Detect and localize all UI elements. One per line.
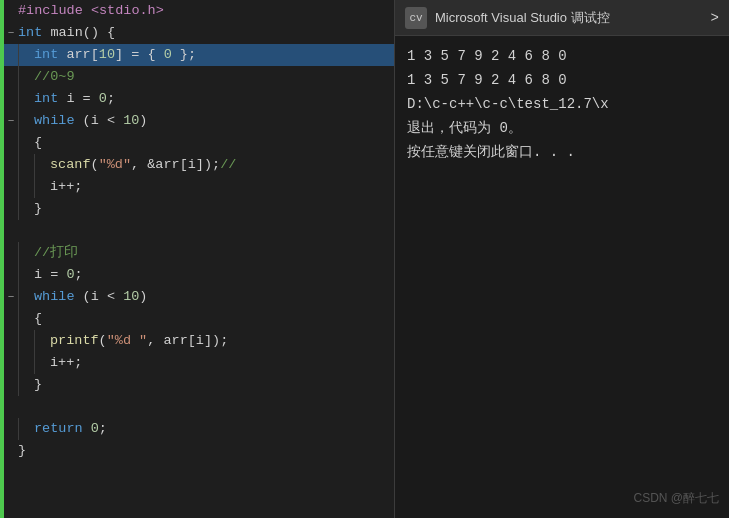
- line-content-18: }: [34, 374, 42, 396]
- indent-1-9: [18, 176, 34, 198]
- indent-1-5: [18, 88, 34, 110]
- code-line-11: [4, 220, 394, 242]
- code-line-18: }: [4, 374, 394, 396]
- code-line-2: − int main() {: [4, 22, 394, 44]
- console-arrow: >: [711, 10, 719, 26]
- console-title-text: Microsoft Visual Studio 调试控: [435, 9, 703, 27]
- line-content-10: }: [34, 198, 42, 220]
- line-content-16: printf("%d ", arr[i]);: [50, 330, 228, 352]
- console-output: 1 3 5 7 9 2 4 6 8 0 1 3 5 7 9 2 4 6 8 0 …: [395, 36, 729, 518]
- indent-1-17: [18, 352, 34, 374]
- line-content-21: }: [18, 440, 26, 462]
- console-line-3: D:\c-c++\c-c\test_12.7\x: [407, 92, 717, 116]
- line-content-7: {: [34, 132, 42, 154]
- line-content-17: i++;: [50, 352, 82, 374]
- code-line-12: //打印: [4, 242, 394, 264]
- code-line-5: int i = 0;: [4, 88, 394, 110]
- line-content-12: //打印: [34, 242, 78, 264]
- indent-1-13: [18, 264, 34, 286]
- code-editor: #include <stdio.h> − int main() { int ar…: [4, 0, 394, 518]
- code-line-17: i++;: [4, 352, 394, 374]
- indent-1-8: [18, 154, 34, 176]
- fold-btn-2: −: [4, 22, 18, 44]
- indent-2-17: [34, 352, 50, 374]
- console-line-5: 按任意键关闭此窗口. . .: [407, 140, 717, 164]
- line-content-20: return 0;: [34, 418, 107, 440]
- indent-1-4: [18, 66, 34, 88]
- console-line-2: 1 3 5 7 9 2 4 6 8 0: [407, 68, 717, 92]
- line-content-15: {: [34, 308, 42, 330]
- code-line-1: #include <stdio.h>: [4, 0, 394, 22]
- code-line-3: int arr[10] = { 0 };: [4, 44, 394, 66]
- code-line-16: printf("%d ", arr[i]);: [4, 330, 394, 352]
- indent-1-12: [18, 242, 34, 264]
- code-line-6: − while (i < 10): [4, 110, 394, 132]
- code-line-8: scanf("%d", &arr[i]);//: [4, 154, 394, 176]
- console-titlebar: cv Microsoft Visual Studio 调试控 >: [395, 0, 729, 36]
- line-content-6: while (i < 10): [34, 110, 147, 132]
- indent-1-18: [18, 374, 34, 396]
- code-line-9: i++;: [4, 176, 394, 198]
- indent-1-15: [18, 308, 34, 330]
- line-content-14: while (i < 10): [34, 286, 147, 308]
- code-line-21: }: [4, 440, 394, 462]
- indent-1-16: [18, 330, 34, 352]
- code-line-19: [4, 396, 394, 418]
- line-content-1: #include <stdio.h>: [18, 0, 164, 22]
- code-line-20: return 0;: [4, 418, 394, 440]
- watermark: CSDN @醉七七: [633, 486, 719, 510]
- fold-btn-6: −: [4, 110, 18, 132]
- code-line-10: }: [4, 198, 394, 220]
- line-content-4: //0~9: [34, 66, 75, 88]
- line-content-8: scanf("%d", &arr[i]);//: [50, 154, 236, 176]
- console-icon-text: cv: [409, 12, 422, 24]
- console-line-4: 退出，代码为 0。: [407, 116, 717, 140]
- line-content-9: i++;: [50, 176, 82, 198]
- line-content-3: int arr[10] = { 0 };: [34, 44, 196, 66]
- indent-1-14: [18, 286, 34, 308]
- code-line-14: − while (i < 10): [4, 286, 394, 308]
- code-lines: #include <stdio.h> − int main() { int ar…: [4, 0, 394, 462]
- indent-2-9: [34, 176, 50, 198]
- indent-1-7: [18, 132, 34, 154]
- console-icon: cv: [405, 7, 427, 29]
- code-line-4: //0~9: [4, 66, 394, 88]
- code-line-15: {: [4, 308, 394, 330]
- console-line-1: 1 3 5 7 9 2 4 6 8 0: [407, 44, 717, 68]
- console-panel: cv Microsoft Visual Studio 调试控 > 1 3 5 7…: [394, 0, 729, 518]
- indent-1-3: [18, 44, 34, 66]
- code-line-7: {: [4, 132, 394, 154]
- line-content-5: int i = 0;: [34, 88, 115, 110]
- line-content-2: int main() {: [18, 22, 115, 44]
- fold-btn-14: −: [4, 286, 18, 308]
- indent-2-8: [34, 154, 50, 176]
- indent-1-20: [18, 418, 34, 440]
- line-content-13: i = 0;: [34, 264, 83, 286]
- code-line-13: i = 0;: [4, 264, 394, 286]
- indent-2-16: [34, 330, 50, 352]
- indent-1-6: [18, 110, 34, 132]
- indent-1-10: [18, 198, 34, 220]
